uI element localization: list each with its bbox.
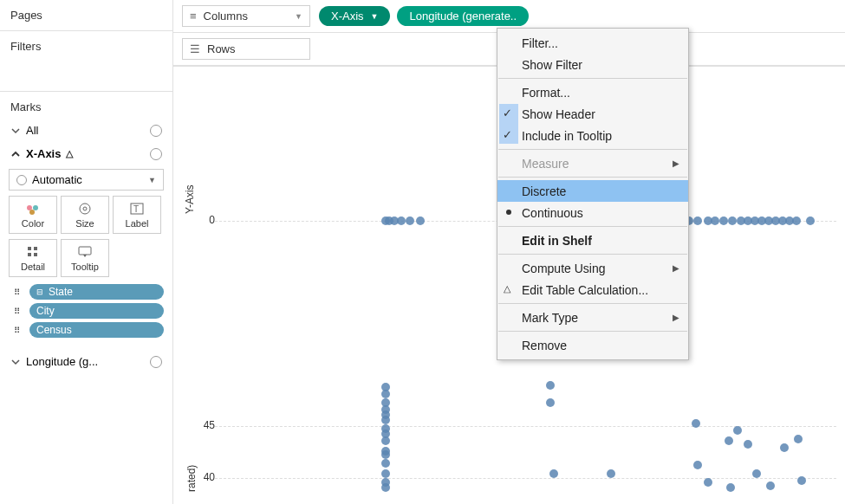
menu-edit-shelf[interactable]: Edit in Shelf [497, 229, 688, 251]
svg-rect-7 [28, 247, 31, 250]
data-point[interactable] [381, 450, 390, 459]
data-point[interactable] [733, 426, 742, 435]
label-card[interactable]: T Label [113, 196, 161, 234]
delta-icon: △ [66, 148, 73, 159]
data-point[interactable] [806, 216, 815, 225]
data-point[interactable] [728, 216, 737, 225]
rows-text: Rows [207, 42, 236, 55]
submenu-arrow-icon: ▶ [673, 158, 679, 168]
menu-filter[interactable]: Filter... [497, 32, 688, 54]
pill-xaxis[interactable]: X-Axis ▼ [319, 6, 390, 26]
menu-discrete[interactable]: Discrete [497, 180, 688, 202]
detail-card[interactable]: Detail [9, 239, 57, 277]
caret-down-icon: ▼ [371, 12, 379, 21]
caret-down-icon: ▼ [295, 12, 302, 21]
check-icon: ✓ [503, 128, 512, 141]
pill-city[interactable]: City [29, 303, 164, 319]
pill-longitude[interactable]: Longitude (generate.. [397, 6, 529, 26]
data-point[interactable] [693, 461, 702, 469]
svg-rect-9 [28, 253, 31, 256]
svg-text:T: T [133, 204, 139, 214]
svg-point-2 [29, 210, 35, 215]
pill-city-label: City [36, 305, 55, 317]
data-point[interactable] [381, 483, 390, 492]
longitude-label: Longitude (g... [26, 355, 98, 368]
detail-pills: ⠿ ⊟State ⠿ City ⠿ Census [9, 284, 164, 338]
menu-continuous[interactable]: Continuous [497, 202, 688, 223]
menu-show-filter[interactable]: Show Filter [497, 54, 688, 75]
filters-panel: Filters [0, 31, 172, 92]
data-point[interactable] [744, 440, 752, 449]
menu-edit-calc[interactable]: △Edit Table Calculation... [497, 279, 688, 300]
data-point[interactable] [546, 398, 555, 407]
data-point[interactable] [381, 416, 390, 424]
mark-cards-row2: Detail Tooltip [9, 239, 164, 277]
detail-hierarchy-icon: ⠿ [9, 288, 24, 297]
data-point[interactable] [726, 483, 735, 492]
data-point[interactable] [381, 436, 390, 445]
marks-xaxis-expander[interactable]: X-Axis △ [9, 142, 164, 165]
menu-compute-using[interactable]: Compute Using▶ [497, 257, 688, 279]
pill-state[interactable]: ⊟State [29, 284, 164, 300]
data-point[interactable] [397, 216, 406, 225]
tick-label: 45 [184, 419, 215, 431]
data-point[interactable] [692, 419, 700, 428]
data-point[interactable] [549, 469, 558, 478]
data-point[interactable] [416, 216, 425, 225]
marks-longitude-expander[interactable]: Longitude (g... [9, 350, 164, 373]
data-point[interactable] [711, 216, 719, 225]
marks-all-expander[interactable]: All [9, 119, 164, 142]
data-point[interactable] [406, 216, 414, 225]
tooltip-card[interactable]: Tooltip [61, 239, 109, 277]
detail-hierarchy-icon: ⠿ [9, 307, 24, 316]
caret-down-icon: ▼ [148, 176, 156, 184]
label-icon: T [130, 201, 144, 216]
rows-shelf-label: ☰ Rows [182, 38, 310, 60]
data-point[interactable] [719, 216, 728, 225]
chevron-down-icon [10, 126, 21, 136]
delta-icon: △ [504, 283, 510, 294]
marks-panel: Marks All X-Axis △ Automatic [0, 92, 172, 504]
minus-icon: ⊟ [36, 288, 43, 296]
circle-icon [16, 175, 27, 185]
filters-title: Filters [10, 40, 162, 53]
size-card[interactable]: Size [61, 196, 109, 234]
circle-icon [150, 148, 162, 160]
y-axis-ticks: 04540 [182, 67, 215, 504]
menu-format[interactable]: Format... [497, 81, 688, 103]
menu-include-tooltip[interactable]: ✓Include in Tooltip [497, 125, 688, 146]
color-card[interactable]: Color [9, 196, 57, 234]
data-point[interactable] [704, 478, 712, 487]
data-point[interactable] [693, 216, 702, 225]
color-label: Color [22, 218, 44, 229]
color-icon [25, 201, 41, 216]
radio-dot-icon [506, 210, 511, 215]
pages-panel: Pages [0, 0, 172, 31]
marks-title: Marks [9, 99, 164, 119]
data-point[interactable] [797, 476, 806, 485]
data-point[interactable] [766, 481, 775, 490]
data-point[interactable] [780, 443, 789, 452]
svg-point-3 [80, 204, 90, 214]
mark-cards-row1: Color Size T Label [9, 196, 164, 234]
data-point[interactable] [752, 469, 761, 478]
pill-state-label: State [49, 286, 73, 298]
data-point[interactable] [381, 469, 390, 478]
svg-point-1 [33, 205, 38, 210]
data-point[interactable] [725, 436, 733, 445]
data-point[interactable] [381, 459, 390, 468]
pill-census[interactable]: Census [29, 322, 164, 338]
data-point[interactable] [794, 435, 803, 443]
mark-type-dropdown[interactable]: Automatic ▼ [9, 169, 164, 191]
chevron-up-icon [10, 149, 21, 159]
menu-remove[interactable]: Remove [497, 334, 688, 356]
data-point[interactable] [607, 469, 615, 478]
submenu-arrow-icon: ▶ [673, 313, 679, 322]
detail-hierarchy-icon: ⠿ [9, 326, 24, 335]
data-point[interactable] [792, 216, 801, 225]
menu-show-header[interactable]: ✓Show Header [497, 103, 688, 125]
menu-mark-type[interactable]: Mark Type▶ [497, 307, 688, 328]
pill-longitude-label: Longitude (generate.. [409, 10, 517, 23]
data-point[interactable] [381, 390, 390, 398]
data-point[interactable] [546, 381, 555, 390]
